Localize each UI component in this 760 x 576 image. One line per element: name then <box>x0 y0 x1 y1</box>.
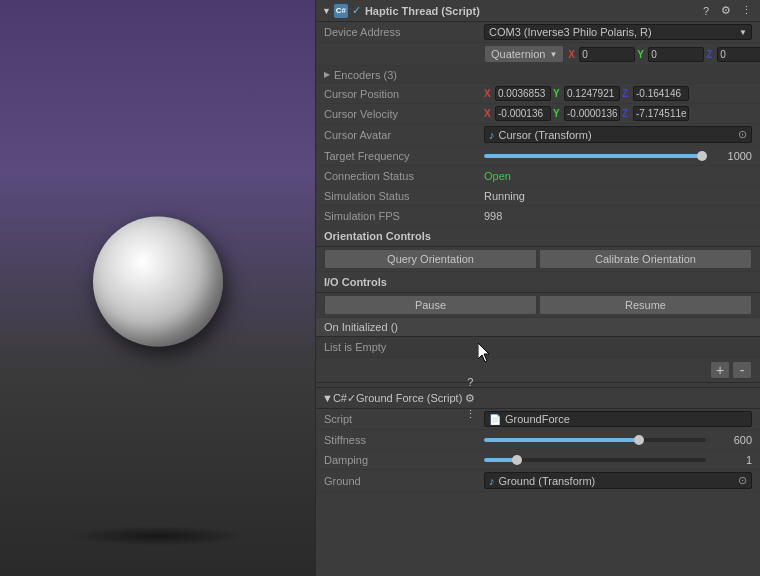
stiffness-slider-track[interactable] <box>484 438 706 442</box>
z-label: Z <box>706 49 716 60</box>
device-dropdown-arrow[interactable]: ▼ <box>739 28 747 37</box>
ground-music-icon: ♪ <box>489 475 495 487</box>
damping-slider-thumb[interactable] <box>512 455 522 465</box>
remove-event-button[interactable]: - <box>732 361 752 379</box>
component-enabled-check[interactable]: ✓ <box>352 4 361 17</box>
script-file-icon: 📄 <box>489 414 501 425</box>
simulation-fps-row: Simulation FPS 998 <box>316 206 760 226</box>
simulation-fps-value: 998 <box>484 210 752 222</box>
damping-row: Damping 1 <box>316 450 760 470</box>
on-initialized-header: On Initialized () <box>316 318 760 337</box>
encoders-label: Encoders (3) <box>334 69 397 81</box>
menu-icon[interactable]: ⋮ <box>738 3 754 19</box>
connection-status-label: Connection Status <box>324 170 484 182</box>
haptic-thread-component-header: ▼ C# ✓ Haptic Thread (Script) ? ⚙ ⋮ <box>316 0 760 22</box>
target-frequency-slider-thumb[interactable] <box>697 151 707 161</box>
component2-arrow-icon: ▼ <box>322 392 333 404</box>
target-frequency-row: Target Frequency 1000 <box>316 146 760 166</box>
pause-button[interactable]: Pause <box>324 295 537 315</box>
cz-label: Z <box>622 88 632 99</box>
component2-enabled-check[interactable]: ✓ <box>347 392 356 405</box>
3d-viewport[interactable] <box>0 0 315 576</box>
cursor-pos-x-input[interactable] <box>495 86 551 101</box>
3d-sphere <box>93 217 223 347</box>
ground-label: Ground <box>324 475 484 487</box>
orientation-controls-header: Orientation Controls <box>316 226 760 247</box>
quaternion-dropdown[interactable]: Quaternion ▼ <box>484 45 564 63</box>
cursor-vel-z-input[interactable] <box>633 106 689 121</box>
simulation-fps-label: Simulation FPS <box>324 210 484 222</box>
component-arrow-icon: ▼ <box>322 6 331 16</box>
ground-force-component-header: ▼ C# ✓ Ground Force (Script) ? ⚙ ⋮ <box>316 387 760 409</box>
quat-y-field: Y <box>637 47 704 62</box>
target-frequency-slider-track[interactable] <box>484 154 706 158</box>
cy-label: Y <box>553 88 563 99</box>
cursor-position-label: Cursor Position <box>324 88 484 100</box>
dropdown-arrow-icon: ▼ <box>549 50 557 59</box>
cursor-pos-y-input[interactable] <box>564 86 620 101</box>
calibrate-orientation-button[interactable]: Calibrate Orientation <box>539 249 752 269</box>
cursor-music-icon: ♪ <box>489 129 495 141</box>
cursor-vel-y-field: Y <box>553 106 620 121</box>
connection-status-value: Open <box>484 170 752 182</box>
cursor-pos-z-input[interactable] <box>633 86 689 101</box>
quaternion-row: Quaternion ▼ X Y Z W <box>316 43 760 66</box>
cursor-avatar-target-icon[interactable]: ⊙ <box>738 128 747 141</box>
ground-row: Ground ♪ Ground (Transform) ⊙ <box>316 470 760 492</box>
device-address-row: Device Address COM3 (Inverse3 Philo Pola… <box>316 22 760 43</box>
cursor-vel-z-field: Z <box>622 106 689 121</box>
simulation-status-value: Running <box>484 190 752 202</box>
device-address-label: Device Address <box>324 26 484 38</box>
simulation-status-row: Simulation Status Running <box>316 186 760 206</box>
encoders-row[interactable]: ▶ Encoders (3) <box>316 66 760 84</box>
help2-icon[interactable]: ? <box>462 374 478 390</box>
vy-label: Y <box>553 108 563 119</box>
orientation-buttons-row: Query Orientation Calibrate Orientation <box>316 247 760 272</box>
io-controls-header: I/O Controls <box>316 272 760 293</box>
cursor-pos-x-field: X <box>484 86 551 101</box>
y-label: Y <box>637 49 647 60</box>
script-label: Script <box>324 413 484 425</box>
inspector-panel: ▼ C# ✓ Haptic Thread (Script) ? ⚙ ⋮ Devi… <box>315 0 760 576</box>
script-row: Script 📄 GroundForce <box>316 409 760 430</box>
add-event-button[interactable]: + <box>710 361 730 379</box>
help-icon[interactable]: ? <box>698 3 714 19</box>
quat-x-input[interactable] <box>579 47 635 62</box>
ground-target-icon[interactable]: ⊙ <box>738 474 747 487</box>
gear2-icon[interactable]: ⚙ <box>462 390 478 406</box>
cursor-vel-x-input[interactable] <box>495 106 551 121</box>
ground-value[interactable]: ♪ Ground (Transform) ⊙ <box>484 472 752 489</box>
haptic-script-icon: C# <box>334 4 348 18</box>
resume-button[interactable]: Resume <box>539 295 752 315</box>
script-value[interactable]: 📄 GroundForce <box>484 411 752 427</box>
cursor-avatar-value[interactable]: ♪ Cursor (Transform) ⊙ <box>484 126 752 143</box>
damping-slider-track[interactable] <box>484 458 706 462</box>
cursor-vel-x-field: X <box>484 106 551 121</box>
io-buttons-row: Pause Resume <box>316 293 760 318</box>
quat-y-input[interactable] <box>648 47 704 62</box>
component2-title: Ground Force (Script) <box>356 392 462 404</box>
stiffness-value: 600 <box>712 434 752 446</box>
stiffness-slider-thumb[interactable] <box>634 435 644 445</box>
quat-z-field: Z <box>706 47 760 62</box>
event-list-empty: List is Empty <box>316 337 760 358</box>
quaternion-fields: X Y Z W <box>568 47 760 62</box>
cursor-vel-y-input[interactable] <box>564 106 620 121</box>
cursor-avatar-text: Cursor (Transform) <box>499 129 592 141</box>
cursor-velocity-label: Cursor Velocity <box>324 108 484 120</box>
cursor-avatar-label: Cursor Avatar <box>324 129 484 141</box>
ground-transform-text: Ground (Transform) <box>499 475 596 487</box>
query-orientation-button[interactable]: Query Orientation <box>324 249 537 269</box>
ground-force-script-icon: C# <box>333 392 347 404</box>
quat-z-input[interactable] <box>717 47 760 62</box>
component1-title: Haptic Thread (Script) <box>365 5 698 17</box>
device-address-value[interactable]: COM3 (Inverse3 Philo Polaris, R) ▼ <box>484 24 752 40</box>
sphere-object <box>93 217 223 347</box>
gear-icon[interactable]: ⚙ <box>718 3 734 19</box>
vx-label: X <box>484 108 494 119</box>
ground-shadow <box>68 526 248 546</box>
cursor-velocity-row: Cursor Velocity X Y Z <box>316 104 760 124</box>
vz-label: Z <box>622 108 632 119</box>
quat-x-field: X <box>568 47 635 62</box>
script-name: GroundForce <box>505 413 570 425</box>
